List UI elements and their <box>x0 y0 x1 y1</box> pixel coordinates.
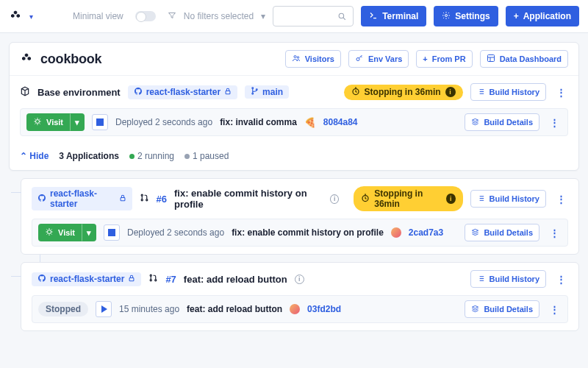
repo-chip[interactable]: react-flask-starter <box>128 85 237 99</box>
deploy-menu-button[interactable] <box>547 304 562 315</box>
topbar: ▾ Minimal view No filters selected ▾ Ter… <box>0 0 588 33</box>
env-menu-button[interactable] <box>553 87 568 98</box>
bug-icon <box>33 117 42 127</box>
info-icon[interactable]: i <box>295 275 304 284</box>
pr-tree: react-flask-starter #6 fix: enable commi… <box>21 178 579 331</box>
start-button[interactable] <box>96 301 112 317</box>
build-details-button[interactable]: Build Details <box>465 224 539 241</box>
filters-caret[interactable]: ▾ <box>261 11 265 21</box>
svg-point-21 <box>155 280 157 281</box>
pr-menu-button[interactable] <box>553 194 568 205</box>
build-details-button[interactable]: Build Details <box>465 300 539 318</box>
settings-button[interactable]: Settings <box>434 6 498 26</box>
build-details-button[interactable]: Build Details <box>465 113 539 131</box>
deployed-time: Deployed 2 seconds ago <box>115 117 212 127</box>
pr-number[interactable]: #7 <box>165 274 176 285</box>
svg-point-7 <box>252 88 254 89</box>
base-env-deploy-row: Visit ▾ Deployed 2 seconds ago fix: inva… <box>20 108 568 136</box>
repo-chip[interactable]: react-flask-starter <box>32 272 141 286</box>
list-icon <box>477 88 485 97</box>
branch-chip[interactable]: main <box>245 85 289 99</box>
svg-point-0 <box>339 13 344 18</box>
project-switcher-caret[interactable]: ▾ <box>29 13 33 21</box>
visit-button[interactable]: Visit <box>26 113 70 131</box>
svg-point-17 <box>48 230 51 234</box>
svg-rect-18 <box>129 278 134 281</box>
lock-icon <box>119 194 126 204</box>
avatar <box>391 227 401 238</box>
search-icon <box>337 12 347 21</box>
svg-point-14 <box>141 199 143 201</box>
commit-message: feat: add reload button <box>187 304 282 314</box>
deployed-time: Deployed 2 seconds ago <box>127 227 224 238</box>
lock-icon <box>128 274 135 284</box>
filters-label[interactable]: No filters selected <box>184 11 254 21</box>
applications-summary-row: ⌃ Hide 3 Applications 2 running 1 paused <box>10 144 578 170</box>
svg-rect-6 <box>226 91 230 94</box>
deploy-menu-button[interactable] <box>547 227 562 238</box>
pr-number[interactable]: #6 <box>157 194 167 205</box>
visitors-button[interactable]: Visitors <box>285 50 341 68</box>
pr-icon <box>140 193 149 205</box>
terminal-button[interactable]: Terminal <box>361 6 426 26</box>
repo-chip[interactable]: react-flask-starter <box>32 187 132 210</box>
env-vars-button[interactable]: Env Vars <box>348 50 409 68</box>
github-icon <box>37 194 46 205</box>
visit-dropdown[interactable]: ▾ <box>82 224 96 241</box>
pr-card-7: react-flask-starter #7 feat: add reload … <box>21 262 579 331</box>
pr-title: feat: add reload button <box>184 274 287 285</box>
build-history-button[interactable]: Build History <box>470 270 546 288</box>
deploy-menu-button[interactable] <box>547 117 562 128</box>
build-history-button[interactable]: Build History <box>470 190 546 208</box>
search-input[interactable] <box>273 6 354 26</box>
apps-count: 3 Applications <box>59 151 119 161</box>
info-icon[interactable]: i <box>445 87 456 97</box>
visit-button[interactable]: Visit <box>38 224 82 241</box>
logo-icon <box>9 10 22 23</box>
base-env-title: Base environment <box>37 87 121 98</box>
running-count: 2 running <box>129 151 174 161</box>
svg-rect-12 <box>121 198 125 201</box>
stack-icon <box>471 118 479 127</box>
base-environment-section: Base environment react-flask-starter mai… <box>10 76 578 144</box>
from-pr-button[interactable]: + From PR <box>416 50 472 68</box>
svg-point-8 <box>252 93 254 94</box>
data-dashboard-button[interactable]: Data Dashboard <box>480 50 568 68</box>
plus-icon: + <box>423 54 427 63</box>
commit-hash[interactable]: 03fd2bd <box>307 304 341 314</box>
commit-hash[interactable]: 8084a84 <box>323 117 358 127</box>
project-icon <box>20 52 33 66</box>
timer-icon <box>351 87 360 98</box>
svg-rect-5 <box>487 55 494 62</box>
visit-dropdown[interactable]: ▾ <box>70 113 85 131</box>
build-history-button[interactable]: Build History <box>470 83 546 101</box>
pr6-deploy-row: Visit ▾ Deployed 2 seconds ago fix: enab… <box>32 219 568 247</box>
pr-menu-button[interactable] <box>553 274 568 285</box>
branch-icon <box>251 87 259 97</box>
stopped-badge: Stopped <box>38 302 88 316</box>
new-application-button[interactable]: + Application <box>506 6 579 26</box>
svg-point-1 <box>445 14 448 16</box>
pr7-deploy-row: Stopped 15 minutes ago feat: add reload … <box>32 295 568 323</box>
list-icon <box>477 275 485 284</box>
stop-button[interactable] <box>92 114 108 130</box>
svg-point-3 <box>297 57 299 59</box>
svg-point-13 <box>141 194 143 196</box>
chevron-up-icon: ⌃ <box>20 151 27 161</box>
hide-toggle[interactable]: ⌃ Hide <box>20 151 49 161</box>
stop-button[interactable] <box>104 224 120 241</box>
stack-icon <box>471 305 479 314</box>
minimal-view-toggle[interactable] <box>135 11 156 21</box>
dashboard-icon <box>487 54 495 64</box>
svg-point-20 <box>151 280 152 281</box>
status-pill: Stopping in 36min i <box>354 186 462 211</box>
filter-icon[interactable] <box>168 11 176 22</box>
bug-icon <box>45 227 54 238</box>
commit-message: fix: invalid comma <box>220 117 297 127</box>
github-icon <box>134 87 143 98</box>
commit-hash[interactable]: 2cad7a3 <box>409 227 443 238</box>
deployed-time: 15 minutes ago <box>119 304 179 314</box>
github-icon <box>37 274 46 285</box>
info-icon[interactable]: i <box>446 194 455 204</box>
info-icon[interactable]: i <box>330 194 339 204</box>
